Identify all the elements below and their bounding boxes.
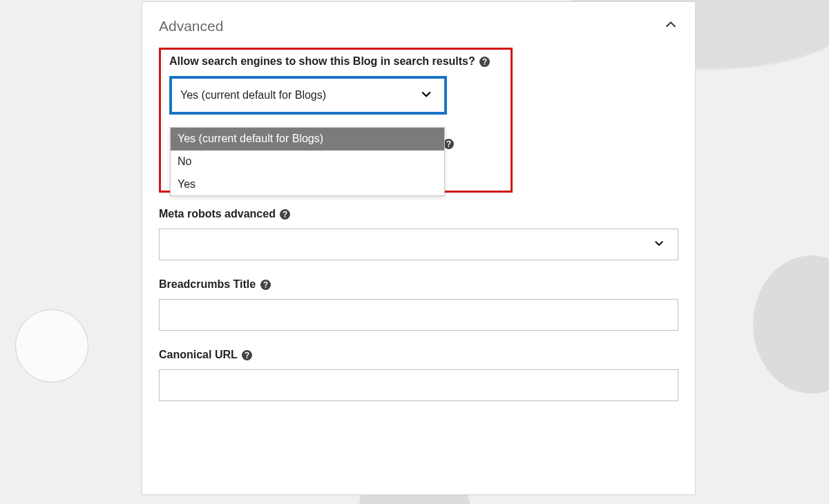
label-text: Meta robots advanced [159, 208, 276, 220]
chevron-up-icon[interactable] [663, 17, 678, 35]
section-body: Allow search engines to show this Blog i… [142, 48, 695, 436]
help-icon[interactable] [260, 279, 271, 290]
advanced-panel: Advanced Allow search engines to show th… [142, 1, 696, 495]
breadcrumbs-title-label: Breadcrumbs Title [159, 278, 678, 291]
label-text: Canonical URL [159, 349, 238, 361]
chevron-down-icon [419, 87, 433, 104]
chevron-down-icon [653, 237, 665, 252]
canonical-url-label: Canonical URL [159, 349, 678, 361]
help-icon[interactable] [479, 56, 490, 67]
meta-robots-field: Meta robots advanced [159, 208, 678, 260]
decorative-blob [753, 255, 829, 394]
section-header[interactable]: Advanced [142, 2, 695, 48]
meta-robots-label: Meta robots advanced [159, 208, 678, 220]
label-text: Allow search engines to show this Blog i… [169, 55, 475, 68]
help-icon[interactable] [242, 349, 253, 360]
dropdown-option-default-yes[interactable]: Yes (current default for Blogs) [171, 128, 444, 151]
breadcrumbs-title-input[interactable] [159, 299, 678, 331]
highlight-annotation: Allow search engines to show this Blog i… [159, 48, 513, 193]
dropdown-option-yes[interactable]: Yes [171, 173, 444, 196]
allow-search-engines-label: Allow search engines to show this Blog i… [169, 55, 502, 68]
dropdown-option-no[interactable]: No [171, 151, 444, 173]
select-value: Yes (current default for Blogs) [180, 89, 326, 101]
help-icon[interactable] [280, 209, 291, 220]
canonical-url-input[interactable] [159, 369, 678, 401]
meta-robots-select[interactable] [159, 229, 678, 260]
decorative-ring [15, 309, 88, 382]
section-title: Advanced [159, 18, 223, 35]
label-text: Breadcrumbs Title [159, 278, 256, 291]
allow-search-engines-dropdown: Yes (current default for Blogs) No Yes [170, 127, 445, 196]
canonical-url-field: Canonical URL [159, 349, 678, 401]
breadcrumbs-title-field: Breadcrumbs Title [159, 278, 678, 331]
allow-search-engines-select[interactable]: Yes (current default for Blogs) Yes (cur… [169, 76, 447, 115]
